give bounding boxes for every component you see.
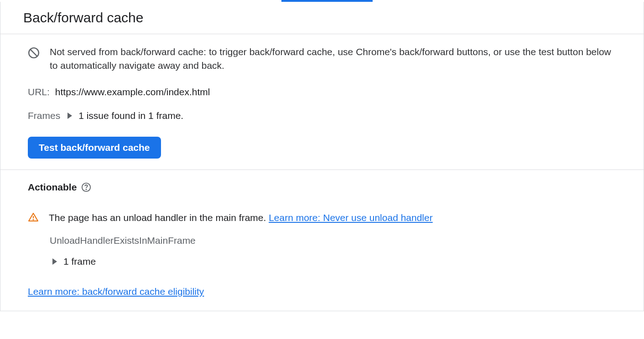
svg-point-5	[33, 219, 33, 220]
page-title: Back/forward cache	[23, 10, 621, 26]
issue-row: The page has an unload handler in the ma…	[28, 211, 621, 225]
test-bfcache-button[interactable]: Test back/forward cache	[28, 137, 161, 159]
svg-line-1	[30, 49, 37, 56]
issue-text: The page has an unload handler in the ma…	[49, 211, 433, 224]
chevron-right-icon[interactable]	[52, 258, 57, 265]
issue-code: UnloadHandlerExistsInMainFrame	[50, 235, 621, 246]
frames-summary: 1 issue found in 1 frame.	[78, 110, 183, 121]
learn-more-footer: Learn more: back/forward cache eligibili…	[28, 286, 621, 297]
actionable-title-row: Actionable	[28, 182, 621, 193]
panel-header: Back/forward cache	[0, 2, 644, 34]
warning-icon	[28, 212, 39, 225]
frames-row[interactable]: Frames 1 issue found in 1 frame.	[28, 110, 621, 121]
info-row: Not served from back/forward cache: to t…	[28, 45, 621, 73]
bfcache-eligibility-link[interactable]: Learn more: back/forward cache eligibili…	[28, 286, 204, 297]
frames-label: Frames	[28, 110, 60, 121]
svg-point-3	[86, 189, 87, 190]
help-icon[interactable]	[81, 182, 91, 192]
url-value: https://www.example.com/index.html	[55, 87, 210, 98]
url-label: URL:	[28, 87, 50, 98]
frame-sub-row[interactable]: 1 frame	[50, 256, 621, 267]
frame-count: 1 frame	[63, 256, 96, 267]
main-section: Not served from back/forward cache: to t…	[0, 34, 644, 170]
info-message: Not served from back/forward cache: to t…	[50, 45, 621, 73]
issue-learn-more-link[interactable]: Learn more: Never use unload handler	[269, 212, 433, 223]
url-row: URL: https://www.example.com/index.html	[28, 87, 621, 98]
actionable-title: Actionable	[28, 182, 77, 193]
chevron-right-icon[interactable]	[68, 113, 72, 119]
actionable-section: Actionable The page has an unload handle…	[0, 170, 644, 311]
block-icon	[28, 47, 40, 61]
issue-description: The page has an unload handler in the ma…	[49, 212, 269, 223]
bfcache-panel: Back/forward cache Not served from back/…	[0, 2, 644, 311]
